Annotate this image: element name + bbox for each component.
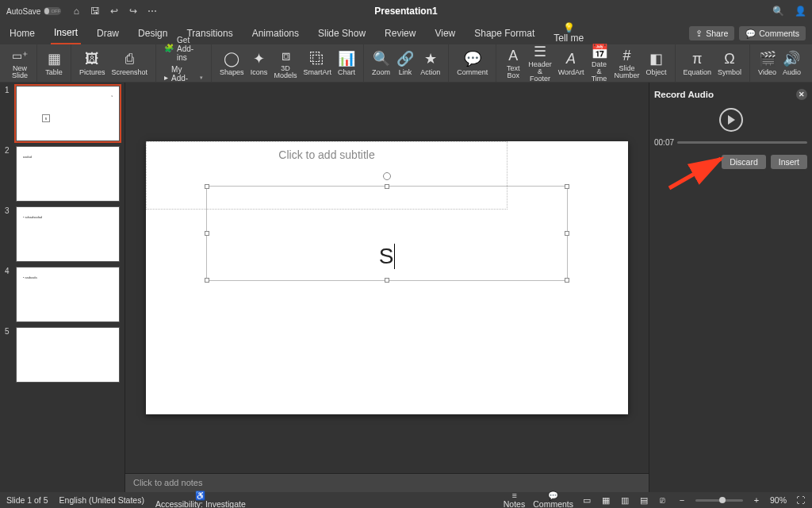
video-button[interactable]: 🎬Video bbox=[755, 49, 779, 78]
pictures-button[interactable]: 🖼Pictures bbox=[76, 49, 109, 78]
notes-pane[interactable]: Click to add notes bbox=[125, 473, 649, 492]
slide-num: 3 bbox=[5, 206, 13, 262]
share-button[interactable]: ⇪Share bbox=[689, 26, 734, 40]
shapes-icon: ◯ bbox=[223, 51, 240, 67]
tab-draw[interactable]: Draw bbox=[94, 23, 122, 44]
slide-canvas[interactable]: S Click to add subtitle bbox=[146, 141, 628, 414]
slideshow-view-icon[interactable]: ▤ bbox=[638, 495, 649, 506]
thumbnail-slide-1[interactable]: s s bbox=[16, 86, 120, 141]
sorter-view-icon[interactable]: ▦ bbox=[600, 495, 611, 506]
presenter-view-icon[interactable]: ⎚ bbox=[657, 495, 668, 506]
play-button[interactable] bbox=[719, 108, 743, 132]
ribbon: ▭⁺New Slide ▦Table 🖼Pictures ⎙Screenshot… bbox=[0, 44, 812, 83]
close-icon[interactable]: ✕ bbox=[796, 89, 807, 100]
wordart-button[interactable]: AWordArt bbox=[555, 49, 588, 78]
3d-models-button[interactable]: ⧈3D Models bbox=[271, 46, 301, 81]
thumbnail-slide-2[interactable]: asdad bbox=[16, 146, 120, 202]
slide-counter: Slide 1 of 5 bbox=[6, 495, 48, 505]
tab-review[interactable]: Review bbox=[381, 23, 419, 44]
smartart-icon: ⿻ bbox=[308, 51, 326, 67]
more-icon[interactable]: ⋯ bbox=[147, 6, 158, 17]
action-button[interactable]: ★Action bbox=[417, 49, 443, 78]
title-text: S bbox=[379, 244, 396, 269]
screenshot-button[interactable]: ⎙Screenshot bbox=[109, 49, 151, 78]
fit-window-icon[interactable]: ⛶ bbox=[795, 495, 806, 506]
header-footer-button[interactable]: ☰Header & Footer bbox=[525, 42, 555, 84]
audio-icon: 🔊 bbox=[783, 51, 800, 67]
resize-handle[interactable] bbox=[565, 184, 569, 189]
zoom-in-icon[interactable]: + bbox=[751, 495, 762, 506]
autosave-toggle[interactable]: AutoSave OFF bbox=[6, 7, 61, 16]
rotate-handle[interactable] bbox=[383, 172, 391, 180]
normal-view-icon[interactable]: ▭ bbox=[581, 495, 592, 506]
comments-button[interactable]: 💬Comments bbox=[739, 26, 806, 40]
chart-button[interactable]: 📊Chart bbox=[335, 49, 358, 78]
account-icon[interactable]: 👤 bbox=[795, 6, 806, 17]
redo-icon[interactable]: ↪ bbox=[128, 6, 139, 17]
audio-progress[interactable] bbox=[677, 141, 807, 144]
slide-editor[interactable]: S Click to add subtitle bbox=[125, 83, 649, 473]
zoom-out-icon[interactable]: − bbox=[676, 495, 688, 506]
tab-shape-format[interactable]: Shape Format bbox=[471, 23, 538, 44]
shapes-button[interactable]: ◯Shapes bbox=[216, 49, 247, 78]
zoom-slider[interactable] bbox=[695, 499, 743, 502]
equation-button[interactable]: πEquation bbox=[680, 49, 715, 78]
date-time-button[interactable]: 📅Date & Time bbox=[588, 42, 611, 84]
thumbnail-slide-5[interactable] bbox=[16, 327, 120, 383]
resize-handle[interactable] bbox=[565, 278, 569, 283]
save-icon[interactable]: 🖫 bbox=[90, 6, 101, 17]
symbol-button[interactable]: ΩSymbol bbox=[714, 49, 745, 78]
reading-view-icon[interactable]: ▥ bbox=[619, 495, 630, 506]
pane-title: Record Audio bbox=[654, 90, 714, 99]
resize-handle[interactable] bbox=[205, 231, 209, 236]
resize-handle[interactable] bbox=[385, 278, 389, 283]
tab-animations[interactable]: Animations bbox=[249, 23, 302, 44]
new-slide-button[interactable]: ▭⁺New Slide bbox=[8, 46, 32, 81]
addins-icon: ▸ bbox=[164, 74, 168, 82]
comments-toggle[interactable]: 💬 Comments bbox=[533, 491, 573, 508]
slide-number-button[interactable]: #Slide Number bbox=[611, 46, 643, 81]
tab-insert[interactable]: Insert bbox=[51, 22, 81, 44]
tab-view[interactable]: View bbox=[431, 23, 458, 44]
resize-handle[interactable] bbox=[565, 231, 569, 236]
home-icon[interactable]: ⌂ bbox=[71, 6, 82, 17]
language-indicator[interactable]: English (United States) bbox=[59, 495, 144, 505]
status-bar: Slide 1 of 5 English (United States) ♿ A… bbox=[0, 492, 812, 508]
wordart-icon: A bbox=[562, 51, 580, 67]
resize-handle[interactable] bbox=[205, 278, 209, 283]
autosave-label: AutoSave bbox=[6, 7, 40, 16]
smartart-button[interactable]: ⿻SmartArt bbox=[301, 49, 335, 78]
thumbnail-slide-3[interactable]: • sdsadsadad bbox=[16, 206, 120, 262]
comment-bubble-icon: 💬 bbox=[464, 51, 481, 67]
table-button[interactable]: ▦Table bbox=[42, 49, 66, 78]
annotation-arrow bbox=[665, 152, 729, 192]
undo-icon[interactable]: ↩ bbox=[109, 6, 120, 17]
insert-button[interactable]: Insert bbox=[771, 155, 807, 169]
link-icon: 🔗 bbox=[396, 51, 414, 67]
link-button[interactable]: 🔗Link bbox=[393, 49, 417, 78]
comments-icon: 💬 bbox=[533, 491, 573, 500]
new-slide-icon: ▭⁺ bbox=[11, 48, 29, 64]
thumbnail-slide-4[interactable]: • asdasda bbox=[16, 267, 120, 322]
audio-button[interactable]: 🔊Audio bbox=[779, 49, 804, 78]
icons-button[interactable]: ✦Icons bbox=[247, 49, 271, 78]
subtitle-placeholder: Click to add subtitle bbox=[278, 148, 374, 161]
comment-button[interactable]: 💬Comment bbox=[454, 49, 491, 78]
title-text-box[interactable]: S bbox=[206, 186, 568, 281]
number-icon: # bbox=[619, 48, 636, 64]
chart-icon: 📊 bbox=[338, 51, 355, 67]
object-button[interactable]: ◧Object bbox=[643, 49, 670, 78]
resize-handle[interactable] bbox=[385, 184, 389, 189]
zoom-button[interactable]: 🔍Zoom bbox=[369, 49, 393, 78]
resize-handle[interactable] bbox=[205, 184, 209, 189]
icons-icon: ✦ bbox=[251, 51, 268, 67]
notes-toggle[interactable]: ≡ Notes bbox=[504, 491, 525, 508]
tab-home[interactable]: Home bbox=[6, 23, 38, 44]
text-box-button[interactable]: AText Box bbox=[501, 46, 525, 81]
tab-slideshow[interactable]: Slide Show bbox=[315, 23, 369, 44]
svg-line-0 bbox=[669, 159, 721, 188]
get-addins-button[interactable]: 🧩Get Add-ins bbox=[164, 36, 203, 62]
accessibility-checker[interactable]: ♿ Accessibility: Investigate bbox=[155, 491, 246, 508]
zoom-level[interactable]: 90% bbox=[770, 495, 787, 505]
search-icon[interactable]: 🔍 bbox=[772, 6, 783, 17]
